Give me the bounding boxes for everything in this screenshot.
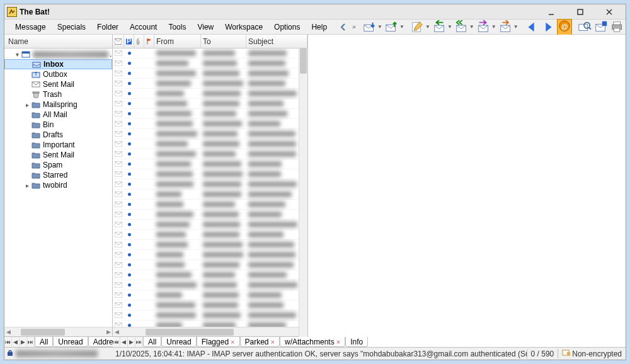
folder-tab-prev[interactable]: ◀ [12,337,20,347]
col-from[interactable]: From [154,35,201,48]
folder-header[interactable]: Name [4,35,112,48]
reply-button[interactable]: ▼ [432,19,453,35]
message-list-header[interactable]: P From To Subject [113,35,307,48]
tab-parked[interactable]: Parked× [240,337,280,347]
message-list-hscrollbar[interactable]: ◀▶ [113,327,307,336]
prev-button[interactable] [524,19,539,35]
tab-flagged[interactable]: Flagged× [197,337,240,347]
folder-row-sent-mail[interactable]: Sent Mail [4,150,112,160]
menu-account[interactable]: Account [124,21,163,33]
nav-more-button[interactable]: » [350,18,358,36]
close-button[interactable] [600,6,618,18]
tab-close-icon[interactable]: × [231,338,234,346]
forward-button[interactable]: ▼ [476,19,497,35]
message-row[interactable] [113,190,307,200]
send-mail-button[interactable]: ▼ [384,19,405,35]
menu-view[interactable]: View [192,21,219,33]
folder-hscrollbar[interactable]: ◀▶ [4,327,112,336]
next-button[interactable] [541,19,556,35]
message-row[interactable] [113,240,307,250]
message-row[interactable] [113,220,307,230]
folder-row-all-mail[interactable]: All Mail [4,110,112,120]
message-row[interactable] [113,310,307,321]
tab-unread[interactable]: Unread [53,337,88,347]
folder-row-sent-mail[interactable]: Sent Mail [4,79,112,89]
folder-row-mailspring[interactable]: ▸Mailspring [4,100,112,110]
message-row[interactable] [113,321,307,327]
message-row[interactable] [113,99,307,109]
message-row[interactable] [113,129,307,139]
get-mail-button[interactable]: ▼ [362,19,383,35]
folder-row-trash[interactable]: Trash [4,89,112,100]
message-row[interactable] [113,119,307,129]
tree-caret[interactable]: ▸ [23,182,31,189]
col-subject[interactable]: Subject [246,35,307,48]
print-button[interactable] [610,19,625,35]
message-list-body[interactable] [113,48,307,327]
folder-row-outbox[interactable]: Outbox [4,69,112,79]
message-row[interactable] [113,159,307,169]
message-row[interactable] [113,230,307,240]
folder-tab-last[interactable]: ⏭ [27,337,35,347]
message-row[interactable] [113,169,307,179]
minimize-button[interactable] [542,6,560,18]
message-row[interactable] [113,48,307,59]
tree-caret[interactable]: ▾ [13,51,21,58]
tab-close-icon[interactable]: × [271,338,275,346]
tab-all[interactable]: All [35,337,53,347]
tab-unread[interactable]: Unread [161,337,196,347]
message-row[interactable] [113,179,307,190]
menu-options[interactable]: Options [268,21,306,33]
col-attach-icon[interactable] [134,35,144,48]
tab-all[interactable]: All [143,337,161,347]
folder-row-inbox[interactable]: Inbox [4,59,112,69]
status-encryption[interactable]: Non-encrypted [558,349,626,358]
message-row[interactable] [113,89,307,99]
folder-tab-next[interactable]: ▶ [20,337,27,347]
titlebar[interactable]: The Bat! [4,4,626,20]
menu-folder[interactable]: Folder [91,21,124,33]
msg-tab-prev[interactable]: ◀ [120,337,128,347]
redirect-button[interactable]: ▼ [498,19,519,35]
tab-w-attachments[interactable]: w/Attachments× [280,337,345,347]
message-row[interactable] [113,109,307,119]
folder-row-bin[interactable]: Bin [4,120,112,130]
menu-message[interactable]: Message [9,21,52,33]
folder-row-starred[interactable]: Starred [4,170,112,180]
message-row[interactable] [113,139,307,149]
msg-tab-last[interactable]: ⏭ [135,337,143,347]
menu-tools[interactable]: Tools [163,21,192,33]
folder-tree[interactable]: ▾.InboxOutboxSent MailTrash▸MailspringAl… [4,48,112,327]
tab-close-icon[interactable]: × [336,338,340,346]
message-row[interactable] [113,280,307,290]
reply-all-button[interactable]: ▼ [454,19,475,35]
col-to[interactable]: To [201,35,246,48]
col-envelope-icon[interactable] [113,35,124,48]
message-row[interactable] [113,59,307,69]
message-row[interactable] [113,210,307,220]
col-park-icon[interactable]: P [124,35,134,48]
message-row[interactable] [113,290,307,300]
message-row[interactable] [113,260,307,270]
msg-tab-first[interactable]: ⏮ [113,337,120,347]
message-list-vscrollbar[interactable] [299,48,307,337]
folder-row-twobird[interactable]: ▸twobird [4,180,112,190]
tab-info[interactable]: Info [345,337,368,347]
folder-tab-first[interactable]: ⏮ [4,337,12,347]
new-message-button[interactable]: ▼ [410,19,431,35]
address-book-button[interactable]: @ [557,19,572,35]
message-row[interactable] [113,149,307,159]
msg-tab-next[interactable]: ▶ [128,337,135,347]
find-button[interactable] [577,19,592,35]
menu-help[interactable]: Help [306,21,333,33]
folder-row-drafts[interactable]: Drafts [4,130,112,140]
folder-row-spam[interactable]: Spam [4,160,112,170]
message-row[interactable] [113,200,307,210]
message-row[interactable] [113,69,307,79]
save-button[interactable] [593,19,609,35]
menu-specials[interactable]: Specials [52,21,91,33]
folder-row-account[interactable]: ▾. [4,49,112,59]
nav-back-button[interactable] [336,18,350,36]
message-row[interactable] [113,270,307,280]
col-flag-icon[interactable] [144,35,154,48]
